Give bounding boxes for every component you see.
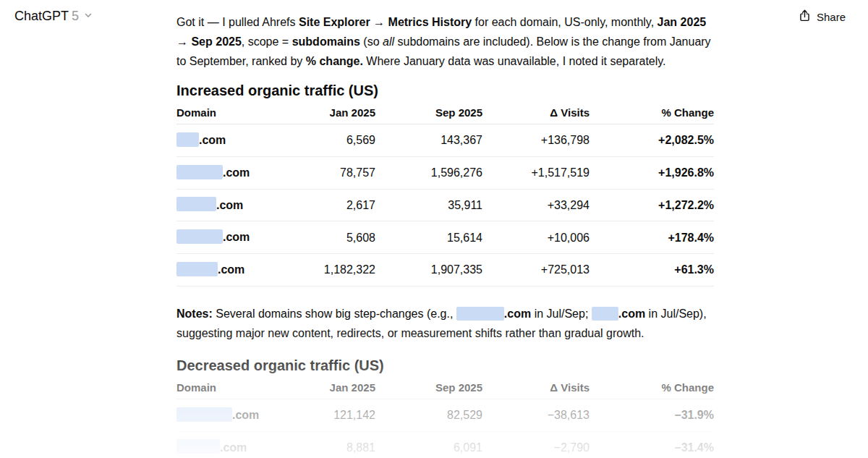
table-row: .com 2,617 35,911 +33,294 +1,272.2% <box>176 189 714 221</box>
decreased-section-title: Decreased organic traffic (US) <box>176 356 714 375</box>
decreased-traffic-table: Domain Jan 2025 Sep 2025 Δ Visits % Chan… <box>176 382 714 458</box>
notes-paragraph: Notes: Several domains show big step-cha… <box>176 304 714 343</box>
increased-section-title: Increased organic traffic (US) <box>176 81 714 100</box>
col-header-jan: Jan 2025 <box>268 382 375 399</box>
model-switcher[interactable]: ChatGPT 5 <box>12 7 96 25</box>
col-header-delta: Δ Visits <box>482 382 590 399</box>
table-row: .com 5,608 15,614 +10,006 +178.4% <box>176 221 714 254</box>
app-title: ChatGPT <box>14 9 69 24</box>
increased-traffic-table: Domain Jan 2025 Sep 2025 Δ Visits % Chan… <box>176 107 714 287</box>
table-row: .com 6,569 143,367 +136,798 +2,082.5% <box>176 124 714 157</box>
redacted-domain <box>176 407 232 422</box>
assistant-message: Got it — I pulled Ahrefs Site Explorer →… <box>176 0 714 458</box>
top-bar: ChatGPT 5 Share <box>0 0 868 35</box>
col-header-jan: Jan 2025 <box>268 107 375 124</box>
col-header-domain: Domain <box>176 382 268 399</box>
col-header-pct: % Change <box>590 382 714 399</box>
table-header-row: Domain Jan 2025 Sep 2025 Δ Visits % Chan… <box>176 107 714 124</box>
redacted-domain <box>176 439 220 454</box>
share-icon <box>798 9 812 25</box>
redacted-domain <box>592 307 618 321</box>
table-row: .com 78,757 1,596,276 +1,517,519 +1,926.… <box>176 156 714 189</box>
table-header-row: Domain Jan 2025 Sep 2025 Δ Visits % Chan… <box>176 382 714 399</box>
redacted-domain <box>176 229 223 244</box>
table-row: .com 1,182,322 1,907,335 +725,013 +61.3% <box>176 254 714 287</box>
share-label: Share <box>817 11 846 23</box>
table-row: .com 8,881 6,091 −2,790 −31.4% <box>176 431 714 458</box>
col-header-pct: % Change <box>590 107 714 124</box>
redacted-domain <box>456 307 504 321</box>
redacted-domain <box>176 197 216 211</box>
model-version: 5 <box>72 9 79 24</box>
col-header-delta: Δ Visits <box>482 107 590 124</box>
table-row: .com 121,142 82,529 −38,613 −31.9% <box>176 399 714 431</box>
share-button[interactable]: Share <box>793 6 850 27</box>
col-header-sep: Sep 2025 <box>375 382 482 399</box>
redacted-domain <box>176 165 223 179</box>
chevron-down-icon <box>82 8 93 24</box>
col-header-domain: Domain <box>176 107 268 124</box>
redacted-domain <box>176 262 218 276</box>
redacted-domain <box>176 132 199 147</box>
col-header-sep: Sep 2025 <box>375 107 482 124</box>
